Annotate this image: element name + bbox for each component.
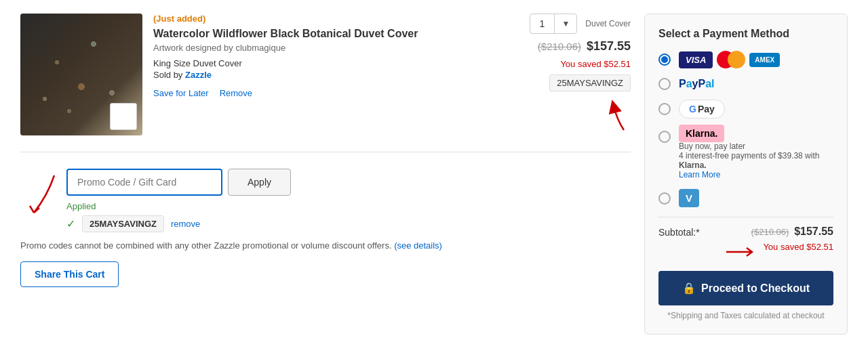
- payment-option-paypal[interactable]: PayPal: [658, 78, 833, 90]
- promo-notice: Promo codes cannot be combined with any …: [20, 240, 631, 251]
- paypal-a: a: [686, 78, 692, 89]
- savings-arrow: [724, 244, 757, 260]
- klarna-info-block: Klarna. Buy now, pay later 4 interest-fr…: [679, 128, 833, 179]
- klarna-buy-text: Buy now, pay later: [679, 142, 745, 151]
- seller-link[interactable]: Zazzle: [185, 70, 212, 80]
- seller-prefix: Sold by: [153, 70, 182, 80]
- paypal-logo: PayPal: [679, 78, 715, 90]
- just-added-badge: (Just added): [153, 14, 498, 24]
- product-size: King Size Duvet Cover: [153, 58, 498, 68]
- payment-option-klarna[interactable]: Klarna. Buy now, pay later 4 interest-fr…: [658, 128, 833, 179]
- klarna-logo: Klarna.: [679, 125, 724, 142]
- promo-notice-text: Promo codes cannot be combined with any …: [20, 240, 392, 251]
- payment-divider: [658, 217, 833, 217]
- payment-option-gpay[interactable]: G Pay: [658, 100, 833, 119]
- product-details: (Just added) Watercolor Wildflower Black…: [153, 14, 498, 135]
- radio-klarna[interactable]: [658, 131, 671, 143]
- cart-item: (Just added) Watercolor Wildflower Black…: [20, 14, 631, 152]
- payment-option-venmo[interactable]: V: [658, 189, 833, 207]
- coupon-applied-row: ✓ 25MAYSAVINGZ remove: [66, 215, 631, 232]
- promo-input-row: Apply: [66, 169, 631, 196]
- quantity-price: 1 ▼ Duvet Cover ($210.06) $157.55 You sa…: [509, 14, 631, 135]
- price-display: ($210.06) $157.55: [538, 39, 631, 54]
- radio-gpay[interactable]: [658, 103, 671, 115]
- current-price: $157.55: [587, 39, 631, 53]
- klarna-learn-more[interactable]: Learn More: [679, 170, 720, 179]
- subtotal-saved: You saved $52.51: [763, 242, 833, 252]
- remove-link[interactable]: Remove: [220, 88, 252, 98]
- subtotal-original: ($210.06): [751, 227, 789, 237]
- apply-button[interactable]: Apply: [228, 169, 291, 196]
- subtotal-saved-row: You saved $52.51: [658, 242, 833, 261]
- original-price: ($210.06): [538, 41, 581, 52]
- savings-label: You saved $52.51: [560, 59, 631, 69]
- cart-section: (Just added) Watercolor Wildflower Black…: [20, 14, 631, 335]
- checkout-button[interactable]: 🔒 Proceed to Checkout: [658, 271, 833, 305]
- quantity-dropdown-arrow[interactable]: ▼: [555, 15, 576, 33]
- applied-label: Applied: [66, 201, 631, 211]
- payment-title: Select a Payment Method: [658, 28, 833, 40]
- visa-logo: VISA: [679, 51, 713, 68]
- klarna-brand: Klarna.: [679, 161, 707, 170]
- paypal-p: P: [679, 78, 686, 89]
- klarna-payments: 4 interest-free payments of $39.38 with: [679, 151, 819, 161]
- radio-cards[interactable]: [658, 54, 671, 66]
- quantity-selector[interactable]: 1 ▼: [530, 14, 578, 34]
- remove-coupon-link[interactable]: remove: [171, 219, 200, 229]
- checkout-note: *Shipping and Taxes calculated at checko…: [658, 311, 833, 320]
- klarna-detail: Buy now, pay later 4 interest-free payme…: [679, 142, 833, 179]
- subtotal-label: Subtotal:*: [658, 227, 700, 238]
- check-icon: ✓: [66, 217, 75, 230]
- payment-option-cards[interactable]: VISA AMEX: [658, 51, 833, 68]
- promo-section: Apply Applied ✓ 25MAYSAVINGZ remove Prom…: [20, 169, 631, 287]
- paypal-p2: P: [698, 78, 705, 89]
- coupon-code-tag: 25MAYSAVINGZ: [82, 215, 164, 232]
- gpay-logo: G Pay: [679, 100, 725, 119]
- arrow-decoration: [604, 100, 631, 133]
- venmo-logo: V: [679, 189, 699, 207]
- promo-notice-link[interactable]: (see details): [394, 240, 442, 251]
- promo-arrow-decoration: [20, 169, 61, 225]
- cover-type: Duvet Cover: [585, 19, 631, 28]
- lock-icon: 🔒: [682, 282, 696, 295]
- subtotal-row: Subtotal:* ($210.06) $157.55: [658, 226, 833, 238]
- product-actions: Save for Later Remove: [153, 88, 498, 98]
- subtotal-current: $157.55: [794, 226, 833, 237]
- save-for-later-link[interactable]: Save for Later: [153, 88, 209, 98]
- mastercard-logo: [717, 51, 745, 68]
- quantity-value: 1: [530, 14, 555, 33]
- product-title: Watercolor Wildflower Black Botanical Du…: [153, 28, 498, 40]
- checkout-label: Proceed to Checkout: [701, 282, 810, 295]
- share-cart-button[interactable]: Share This Cart: [20, 261, 119, 287]
- subtotal-prices: ($210.06) $157.55: [751, 226, 833, 238]
- card-logos: VISA AMEX: [679, 51, 780, 68]
- payment-section: Select a Payment Method VISA AMEX PayPal: [644, 14, 848, 335]
- radio-venmo[interactable]: [658, 192, 671, 205]
- product-thumbnail: [110, 103, 137, 130]
- product-artist: Artwork designed by clubmagique: [153, 43, 498, 53]
- radio-paypal[interactable]: [658, 78, 671, 90]
- product-seller: Sold by Zazzle: [153, 70, 498, 80]
- product-image: [20, 14, 142, 135]
- amex-logo: AMEX: [749, 53, 780, 67]
- paypal-al: al: [705, 78, 714, 89]
- promo-input[interactable]: [66, 169, 222, 196]
- coupon-badge-item: 25MAYSAVINGZ: [549, 74, 631, 91]
- gpay-g: G: [689, 104, 696, 114]
